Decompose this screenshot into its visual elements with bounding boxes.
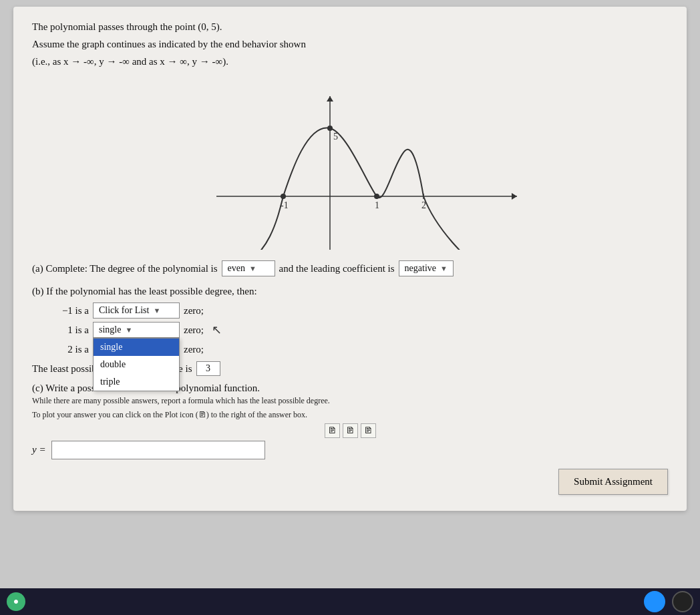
zero-label-1: 1 is a (52, 325, 89, 336)
zero-type-value-neg1: Click for List (99, 305, 149, 316)
coefficient-value: negative (405, 263, 436, 274)
problem-text: The polynomial passes through the point … (32, 19, 668, 69)
zero-dropdown-arrow-1: ▼ (125, 326, 132, 334)
formula-row: y = (32, 441, 668, 459)
formula-input[interactable] (51, 441, 265, 459)
zero-type-dropdown-neg1[interactable]: Click for List ▼ (93, 302, 180, 319)
zero-label-neg1: −1 is a (52, 305, 89, 317)
svg-point-10 (374, 194, 379, 199)
part-c-sub2: To plot your answer you can click on the… (32, 409, 668, 421)
taskbar-circle-blue (644, 591, 665, 612)
coefficient-dropdown-arrow: ▼ (440, 264, 448, 272)
menu-item-double[interactable]: double (94, 356, 179, 373)
zeros-row-neg1: −1 is a Click for List ▼ zero; (52, 302, 668, 319)
taskbar-icon-1[interactable]: ● (7, 592, 25, 611)
part-a-connector: and the leading coefficient is (279, 263, 395, 274)
problem-line3: (i.e., as x → -∞, y → -∞ and as x → ∞, y… (32, 53, 668, 69)
plot-icon-3[interactable]: 🖹 (361, 423, 376, 438)
zero-type-value-1: single (99, 325, 121, 335)
svg-marker-12 (512, 193, 517, 200)
zeros-row-1: 1 is a single ▼ single double triple zer… (52, 322, 668, 338)
menu-item-triple[interactable]: triple (94, 373, 179, 391)
svg-text:1: 1 (375, 200, 379, 210)
zero-dropdown-arrow-neg1: ▼ (153, 306, 160, 315)
zeros-table: −1 is a Click for List ▼ zero; 1 is a si… (52, 302, 668, 357)
zero-suffix-1: zero; (184, 325, 204, 336)
cursor-icon: ↖ (212, 323, 222, 337)
part-b-title: (b) If the polynomial has the least poss… (32, 286, 668, 297)
part-a-label: (a) Complete: The degree of the polynomi… (32, 263, 218, 274)
svg-point-11 (327, 126, 333, 131)
part-c: (c) Write a possible formula for the pol… (32, 383, 668, 459)
problem-line2: Assume the graph continues as indicated … (32, 36, 668, 52)
graph-container: -1 1 2 5 (32, 76, 668, 250)
part-a: (a) Complete: The degree of the polynomi… (32, 260, 668, 276)
coefficient-dropdown[interactable]: negative ▼ (399, 260, 454, 276)
zero-label-2: 2 is a (52, 344, 89, 355)
plot-icon-1[interactable]: 🖹 (325, 423, 340, 438)
taskbar-right (644, 591, 693, 612)
zero-suffix-2: zero; (184, 344, 204, 355)
part-c-sub1: While there are many possible answers, r… (32, 395, 668, 407)
polynomial-graph: -1 1 2 5 (176, 76, 524, 250)
zero-type-menu-1: single double triple (93, 338, 180, 391)
main-content-card: The polynomial passes through the point … (13, 7, 687, 511)
degree-value: even (228, 263, 245, 274)
part-b: (b) If the polynomial has the least poss… (32, 286, 668, 376)
zero-type-dropdown-1[interactable]: single ▼ (93, 322, 180, 338)
svg-marker-13 (327, 96, 333, 101)
zero-suffix-neg1: zero; (184, 305, 204, 317)
degree-value-box: 3 (196, 361, 220, 376)
submit-row: Submit Assignment (32, 469, 668, 495)
plot-icons-row: 🖹 🖹 🖹 (32, 423, 668, 438)
problem-line1: The polynomial passes through the point … (32, 19, 668, 35)
degree-dropdown[interactable]: even ▼ (222, 260, 275, 276)
menu-item-single[interactable]: single (94, 339, 179, 356)
svg-point-9 (281, 194, 286, 199)
taskbar-circle-dark (672, 591, 693, 612)
plot-icon-2[interactable]: 🖹 (343, 423, 358, 438)
degree-dropdown-arrow: ▼ (249, 264, 256, 272)
formula-label: y = (32, 444, 46, 455)
submit-button[interactable]: Submit Assignment (558, 469, 668, 495)
taskbar: ● (0, 588, 700, 615)
